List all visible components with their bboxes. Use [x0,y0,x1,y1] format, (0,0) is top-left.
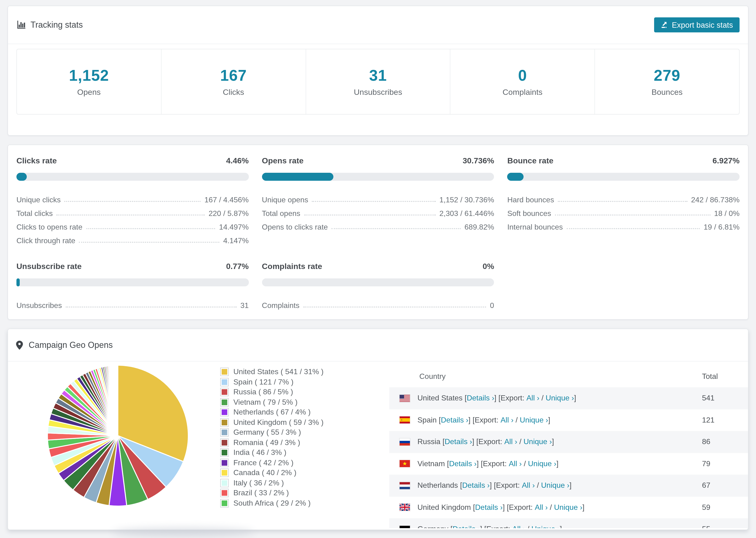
rate-metric-row: Complaints0 [262,296,494,310]
metric-label: Complaints [262,301,299,310]
slash: / [513,416,520,424]
export-unique-link[interactable]: Unique › [520,416,548,424]
dotted-leader [79,242,220,243]
rate-title: Unsubscribe rate [17,262,82,271]
dotted-leader [567,228,700,229]
export-unique-link[interactable]: Unique › [531,525,560,528]
export-icon [661,21,668,28]
dotted-leader [303,306,486,307]
export-unique-link[interactable]: Unique › [523,438,552,446]
legend-swatch [221,378,228,386]
export-all-link[interactable]: All › [526,394,539,403]
legend-item-russia[interactable]: Russia ( 86 / 5% ) [221,388,324,396]
legend-item-netherlands[interactable]: Netherlands ( 67 / 4% ) [221,408,324,416]
legend-item-brazil[interactable]: Brazil ( 33 / 2% ) [221,489,324,497]
stat-label: Bounces [652,87,682,97]
bracket: ] [548,416,550,424]
export-unique-link[interactable]: Unique › [528,459,557,468]
country-name: Vietnam [417,459,445,468]
table-row-vn: Vietnam [Details ›] [Export: All › / Uni… [389,453,748,475]
export-unique-link[interactable]: Unique › [541,481,569,490]
legend-swatch [221,398,228,406]
country-total: 59 [702,503,711,512]
legend-label: France ( 42 / 2% ) [233,458,294,467]
export-all-link[interactable]: All › [512,525,525,528]
legend-item-italy[interactable]: Italy ( 36 / 2% ) [221,479,324,487]
legend-swatch [221,449,228,456]
metric-value: 14.497% [219,223,249,232]
legend-swatch [221,439,228,446]
country-total: 79 [702,459,711,468]
bar-chart-icon [17,20,26,29]
legend-label: United Kingdom ( 59 / 3% ) [233,418,324,426]
legend-swatch [221,368,228,376]
details-link[interactable]: Details › [475,503,503,512]
stat-box-opens: 1,152Opens [17,49,162,114]
rate-metric-row: Unique clicks167 / 4.456% [17,190,249,204]
legend-item-canada[interactable]: Canada ( 40 / 2% ) [221,469,324,476]
summary-stats-row: 1,152Opens167Clicks31Unsubscribes0Compla… [17,49,739,115]
map-pin-icon [16,340,24,350]
details-link[interactable]: Details › [445,438,472,446]
metric-label: Opens to clicks rate [262,223,328,232]
legend-label: Vietnam ( 79 / 5% ) [233,398,297,406]
rate-metric-row: Click through rate4.147% [17,232,249,245]
metric-label: Click through rate [17,237,75,245]
dotted-leader [66,306,237,307]
legend-item-united-kingdom[interactable]: United Kingdom ( 59 / 3% ) [221,418,324,426]
spacer [462,394,465,403]
pie-slice-other[interactable] [118,365,118,436]
export-all-link[interactable]: All › [504,438,517,446]
rate-progress-bar [262,173,494,181]
legend-item-spain[interactable]: Spain ( 121 / 7% ) [221,378,324,386]
details-link[interactable]: Details › [453,525,480,528]
tracking-stats-card: Tracking stats Export basic stats 1,152O… [8,6,748,136]
legend-item-south-africa[interactable]: South Africa ( 29 / 2% ) [221,499,324,507]
metric-label: Hard bounces [507,196,554,204]
legend-label: Canada ( 40 / 2% ) [233,468,297,477]
export-basic-stats-button[interactable]: Export basic stats [654,17,739,32]
bracket: ] [552,438,554,446]
country-total: 541 [702,394,715,403]
metric-value: 0 [490,301,494,310]
bracket: [ [439,416,441,424]
stat-label: Clicks [223,87,244,97]
legend-item-france[interactable]: France ( 42 / 2% ) [221,459,324,466]
legend-item-india[interactable]: India ( 46 / 3% ) [221,449,324,456]
metric-value: 689.82% [464,223,494,232]
legend-item-united-states[interactable]: United States ( 541 / 31% ) [221,368,324,376]
legend-item-vietnam[interactable]: Vietnam ( 79 / 5% ) [221,398,324,406]
details-link[interactable]: Details › [462,481,490,490]
export-unique-link[interactable]: Unique › [546,394,574,403]
flag-gb-icon [400,504,410,511]
rate-metric-row: Total clicks220 / 5.87% [17,204,249,218]
geo-pie-chart[interactable] [45,362,191,509]
metric-label: Unique clicks [17,196,61,204]
details-link[interactable]: Details › [449,459,477,468]
export-all-link[interactable]: All › [522,481,535,490]
bracket: ] [560,525,562,528]
legend-swatch [221,469,228,476]
metric-value: 2,303 / 61.446% [440,209,494,218]
stat-box-unsubscribes: 31Unsubscribes [306,49,451,114]
slash: / [522,459,528,468]
export-all-link[interactable]: All › [509,459,522,468]
legend-label: India ( 46 / 3% ) [233,448,287,457]
rate-panel-head: Unsubscribe rate0.77% [17,262,249,271]
details-link[interactable]: Details › [441,416,468,424]
metric-label: Unique opens [262,196,308,204]
legend-item-romania[interactable]: Romania ( 49 / 3% ) [221,439,324,446]
country-name: United States [417,394,462,403]
export-all-link[interactable]: All › [535,503,548,512]
rate-metric-row: Opens to clicks rate689.82% [262,218,494,232]
bracket: ] [569,481,571,490]
export-unique-link[interactable]: Unique › [554,503,582,512]
legend-item-germany[interactable]: Germany ( 55 / 3% ) [221,429,324,436]
dotted-leader [312,201,436,202]
geo-header: Campaign Geo Opens [8,329,748,361]
legend-swatch [221,479,228,487]
export-all-link[interactable]: All › [501,416,513,424]
stat-value: 31 [369,67,387,84]
legend-label: Netherlands ( 67 / 4% ) [233,408,311,416]
details-link[interactable]: Details › [467,394,494,403]
